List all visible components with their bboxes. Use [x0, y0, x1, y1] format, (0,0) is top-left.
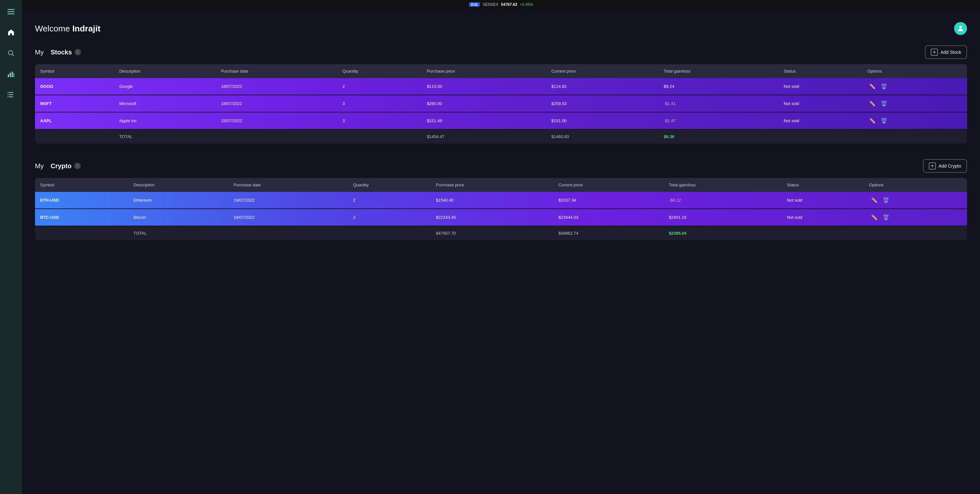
- crypto-table: Symbol Description Purchase date Quantit…: [35, 178, 967, 240]
- svg-point-14: [8, 96, 8, 97]
- stocks-table: Symbol Description Purchase date Quantit…: [35, 64, 967, 143]
- total-empty-2: [216, 129, 337, 143]
- home-icon[interactable]: [5, 26, 18, 39]
- current-price-cell: $1537.34: [553, 192, 664, 209]
- total-empty-1: [35, 129, 114, 143]
- svg-line-4: [12, 54, 14, 56]
- col-status: Status: [782, 178, 864, 192]
- ticker-bar: BSE SENSEX 54767.62 +0.45%: [22, 0, 980, 9]
- symbol-cell: GOOG: [35, 78, 114, 95]
- current-price-cell: $23444.03: [553, 209, 664, 226]
- col-total-gain: Total gain/loss: [659, 64, 778, 78]
- total-gain-cell: -$1.41: [659, 95, 778, 112]
- symbol-cell: ETH-USD: [35, 192, 128, 209]
- symbol-cell: MSFT: [35, 95, 114, 112]
- table-row: BTC-USD Bitcoin 18/07/2022 2 $22243.45 $…: [35, 209, 967, 226]
- col-options: Options: [864, 178, 967, 192]
- table-row: ETH-USD Ethereum 19/07/2022 2 $1540.40 $…: [35, 192, 967, 209]
- total-empty-4: [778, 129, 862, 143]
- total-gain-cell: $9.24: [659, 78, 778, 95]
- total-empty-5: [864, 226, 967, 240]
- options-cell[interactable]: ✏️ 🗑️: [862, 95, 967, 112]
- page-title: Welcome Indrajit: [35, 24, 100, 34]
- ticker-item: BSE SENSEX 54767.62 +0.45%: [469, 2, 533, 7]
- crypto-info-icon[interactable]: i: [74, 163, 81, 169]
- quantity-cell: 2: [348, 209, 431, 226]
- total-gain-cell: -$1.47: [659, 112, 778, 129]
- total-gain: $2395.04: [664, 226, 782, 240]
- total-purchase-price: $47567.70: [431, 226, 553, 240]
- col-purchase-price: Purchase price: [431, 178, 553, 192]
- crypto-section-header: My Crypto i + Add Crypto: [35, 159, 967, 173]
- col-symbol: Symbol: [35, 64, 114, 78]
- total-label: TOTAL: [114, 129, 216, 143]
- purchase-date-cell: 19/07/2022: [229, 192, 348, 209]
- sidebar: [0, 0, 22, 494]
- options-cell[interactable]: ✏️ 🗑️: [864, 209, 967, 226]
- col-purchase-price: Purchase price: [422, 64, 546, 78]
- crypto-table-wrapper: Symbol Description Purchase date Quantit…: [35, 178, 967, 240]
- total-purchase-price: $1454.47: [422, 129, 546, 143]
- col-quantity: Quantity: [348, 178, 431, 192]
- status-cell: Not sold: [782, 209, 864, 226]
- avatar[interactable]: [954, 22, 967, 35]
- svg-rect-8: [14, 73, 14, 77]
- edit-button[interactable]: ✏️: [869, 196, 880, 204]
- stocks-section-title: My Stocks i: [35, 49, 81, 56]
- edit-button[interactable]: ✏️: [867, 100, 878, 107]
- delete-button[interactable]: 🗑️: [881, 214, 891, 221]
- svg-rect-0: [8, 9, 14, 10]
- symbol-cell: BTC-USD: [35, 209, 128, 226]
- exchange-badge: BSE: [469, 2, 480, 7]
- current-price-cell: $259.53: [546, 95, 659, 112]
- svg-rect-1: [8, 11, 14, 12]
- purchase-date-cell: 18/07/2022: [216, 78, 337, 95]
- add-crypto-button[interactable]: + Add Crypto: [923, 159, 967, 173]
- edit-button[interactable]: ✏️: [867, 117, 878, 124]
- total-empty-4: [782, 226, 864, 240]
- add-crypto-plus-icon: +: [929, 163, 936, 169]
- add-stock-button[interactable]: + Add Stock: [925, 45, 967, 59]
- total-row: TOTAL $1454.47 $1460.83 $6.36: [35, 129, 967, 143]
- svg-rect-11: [9, 97, 13, 97]
- col-total-gain: Total gain/loss: [664, 178, 782, 192]
- svg-rect-9: [9, 92, 13, 93]
- status-cell: Not sold: [778, 95, 862, 112]
- delete-button[interactable]: 🗑️: [881, 196, 891, 204]
- total-row: TOTAL $47567.70 $49962.74 $2395.04: [35, 226, 967, 240]
- quantity-cell: 3: [337, 95, 422, 112]
- total-empty-3: [348, 226, 431, 240]
- stocks-info-icon[interactable]: i: [75, 49, 81, 56]
- total-gain-cell: -$6.12: [664, 192, 782, 209]
- chart-icon[interactable]: [5, 67, 18, 80]
- ticker-name: SENSEX: [482, 2, 498, 7]
- table-row: MSFT Microsoft 18/07/2022 3 $260.00 $259…: [35, 95, 967, 112]
- delete-button[interactable]: 🗑️: [879, 83, 889, 90]
- col-description: Description: [114, 64, 216, 78]
- description-cell: Microsoft: [114, 95, 216, 112]
- col-symbol: Symbol: [35, 178, 128, 192]
- search-icon[interactable]: [5, 47, 18, 60]
- edit-button[interactable]: ✏️: [867, 83, 878, 90]
- col-description: Description: [128, 178, 229, 192]
- options-cell[interactable]: ✏️ 🗑️: [864, 192, 967, 209]
- quantity-cell: 2: [337, 78, 422, 95]
- page-header: Welcome Indrajit: [35, 22, 967, 35]
- edit-button[interactable]: ✏️: [869, 214, 880, 221]
- list-icon[interactable]: [5, 88, 18, 101]
- purchase-date-cell: 18/07/2022: [229, 209, 348, 226]
- svg-point-15: [959, 26, 962, 29]
- delete-button[interactable]: 🗑️: [879, 100, 889, 107]
- description-cell: Bitcoin: [128, 209, 229, 226]
- col-current-price: Current price: [546, 64, 659, 78]
- col-purchase-date: Purchase date: [216, 64, 337, 78]
- delete-button[interactable]: 🗑️: [879, 117, 889, 124]
- total-gain: $6.36: [659, 129, 778, 143]
- options-cell[interactable]: ✏️ 🗑️: [862, 78, 967, 95]
- total-empty-5: [862, 129, 967, 143]
- purchase-price-cell: $260.00: [422, 95, 546, 112]
- table-row: GOOG Google 18/07/2022 2 $110.00 $114.62…: [35, 78, 967, 95]
- symbol-cell: AAPL: [35, 112, 114, 129]
- menu-icon[interactable]: [5, 5, 18, 18]
- options-cell[interactable]: ✏️ 🗑️: [862, 112, 967, 129]
